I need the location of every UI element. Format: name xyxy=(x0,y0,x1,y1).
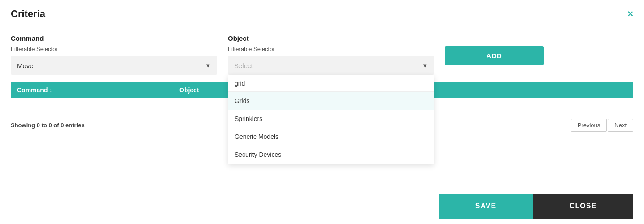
showing-text: Showing 0 to 0 of 0 entries xyxy=(11,122,85,129)
criteria-modal: Criteria × Command Filterable Selector M… xyxy=(0,0,644,224)
showing-to: 0 xyxy=(49,122,52,129)
th-object-label: Object xyxy=(179,86,199,94)
command-field-label: Filterable Selector xyxy=(11,46,217,52)
form-row: Command Filterable Selector Move ▼ Objec… xyxy=(11,34,633,75)
object-chevron-icon: ▼ xyxy=(422,62,428,69)
modal-footer: SAVE CLOSE xyxy=(428,188,644,224)
command-chevron-icon: ▼ xyxy=(205,62,211,69)
close-x-button[interactable]: × xyxy=(627,9,633,19)
dropdown-search-input[interactable] xyxy=(228,75,434,92)
command-sort-icon[interactable]: ↕ xyxy=(49,87,52,93)
modal-header: Criteria × xyxy=(0,0,644,26)
th-command: Command ↕ xyxy=(11,82,173,98)
dropdown-item-sprinklers[interactable]: Sprinklers xyxy=(228,110,434,128)
object-field-label: Filterable Selector xyxy=(228,46,434,52)
dropdown-item-security-devices[interactable]: Security Devices xyxy=(228,146,434,164)
pagination: Previous Next xyxy=(571,119,633,132)
next-button[interactable]: Next xyxy=(608,119,633,132)
object-dropdown: Grids Sprinklers Generic Models Security… xyxy=(228,75,434,164)
showing-from: 0 xyxy=(37,122,40,129)
modal-title: Criteria xyxy=(11,8,45,20)
object-select-wrapper: Select ▼ Grids Sprinklers Generic Models… xyxy=(228,56,434,75)
command-select-wrapper: Move ▼ xyxy=(11,56,217,75)
add-button[interactable]: ADD xyxy=(445,46,544,65)
save-button[interactable]: SAVE xyxy=(439,194,533,219)
showing-of-label: of xyxy=(52,122,61,129)
th-command-label: Command xyxy=(17,86,48,94)
object-placeholder: Select xyxy=(234,62,253,69)
showing-prefix: Showing xyxy=(11,122,37,129)
object-section-label: Object xyxy=(228,34,434,42)
close-button[interactable]: CLOSE xyxy=(533,194,633,219)
showing-entries: entries xyxy=(64,122,84,129)
command-select[interactable]: Move ▼ xyxy=(11,56,217,75)
dropdown-item-generic-models[interactable]: Generic Models xyxy=(228,128,434,146)
command-section-label: Command xyxy=(11,34,217,42)
previous-button[interactable]: Previous xyxy=(571,119,607,132)
command-column: Command Filterable Selector Move ▼ xyxy=(11,34,217,75)
object-column: Object Filterable Selector Select ▼ Grid… xyxy=(228,34,434,75)
command-selected-value: Move xyxy=(17,62,34,69)
object-select[interactable]: Select ▼ xyxy=(228,56,434,75)
showing-to-label: to xyxy=(40,122,49,129)
add-col: ADD xyxy=(445,34,544,65)
dropdown-item-grids[interactable]: Grids xyxy=(228,92,434,110)
